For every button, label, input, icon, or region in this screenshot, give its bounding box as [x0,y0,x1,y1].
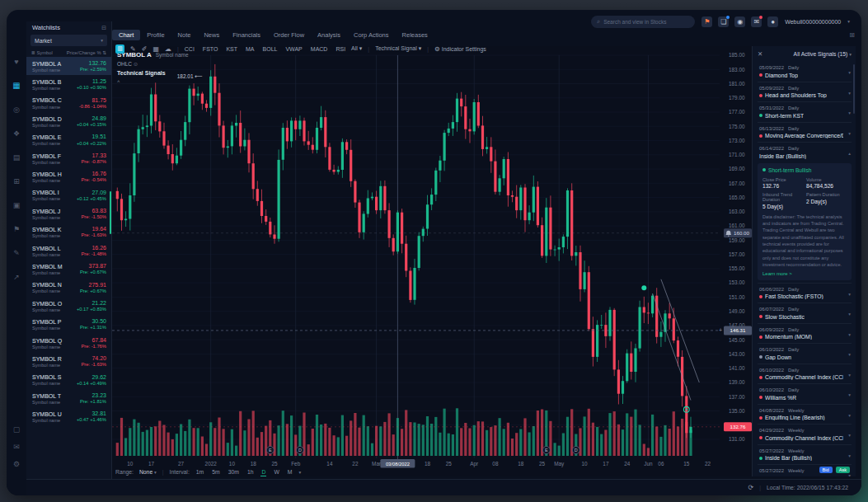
rail-notes-icon[interactable]: ✎ [7,241,26,265]
indicator-settings-button[interactable]: ⚙ Indicator Settings [434,45,486,53]
chevron-down-icon[interactable]: ▾ [848,91,851,96]
rail-desktop-icon[interactable]: ▢ [7,420,26,438]
account-caret-icon[interactable]: ▾ [847,19,850,24]
rail-messages-icon[interactable]: ✉ [7,438,26,455]
watchlist-market-select[interactable]: Market▾ [30,35,107,46]
search-input[interactable]: ⌕ Search and view in Stocks [591,16,695,28]
watchlist-row-symbol-q[interactable]: SYMBOL QSymbol name67.84Pre: -1.76% [26,334,111,352]
watchlist-row-symbol-t[interactable]: SYMBOL TSymbol name23.23Pre: +1.81% [26,389,111,407]
price-chart[interactable]: 182.01 ⟵EDED131.00133.00135.00137.00139.… [112,46,752,476]
technical-signal-button[interactable]: Technical Signal ▾ [375,45,421,52]
watchlist-row-symbol-a[interactable]: SYMBOL ASymbol name132.76Pre: +2.59% [26,57,111,75]
rail-markets-icon[interactable]: ⊞ [7,169,26,193]
interval-d[interactable]: D [260,468,266,476]
annotate-pen-icon[interactable]: ✐ [142,45,148,53]
indicator-ma[interactable]: MA [246,46,255,52]
chevron-down-icon[interactable]: ▾ [848,413,851,418]
bid-chip[interactable]: Bid [819,467,833,473]
signal-item[interactable]: 05/09/2022DailyDiamond Top▾ [758,62,852,82]
watchlist-row-symbol-j[interactable]: SYMBOL JSymbol name63.83Pre: -1.50% [26,204,111,223]
watchlist-row-symbol-k[interactable]: SYMBOL KSymbol name19.64Pre: -1.63% [26,223,111,242]
indicator-fsto[interactable]: FSTO [203,46,218,52]
col-symbol[interactable]: ≣ Symbol [31,50,53,55]
signal-item[interactable]: 05/09/2022DailyHead and Shoulders Top▾ [758,82,852,102]
rail-watchlist-icon[interactable]: ▦ [7,73,26,97]
avatar-icon[interactable]: ● [767,16,778,27]
watchlist-row-symbol-r[interactable]: SYMBOL RSymbol name74.20Pre: -1.63% [26,352,111,370]
mail-icon[interactable]: ✉ [751,16,762,27]
tab-releases[interactable]: Releases [396,30,434,40]
collapse-caret-icon[interactable]: ˄ [117,78,189,86]
learn-more-link[interactable]: Learn more > [762,271,847,276]
signal-item[interactable]: 06/10/2022DailyWilliams %R▾ [758,383,852,404]
panel-toggle-icon[interactable]: ⊞ [849,31,856,39]
chevron-down-icon[interactable]: ▾ [848,433,851,438]
indicator-vwap[interactable]: VWAP [285,46,302,52]
interval-m[interactable]: M [287,468,293,476]
rail-favorites-icon[interactable]: ♥ [7,49,26,73]
chevron-down-icon[interactable]: ▾ [848,352,851,357]
indicator-rsi[interactable]: RSI [335,46,345,52]
tab-profile[interactable]: Profile [140,30,171,40]
watchlist-row-symbol-s[interactable]: SYMBOL SSymbol name29.62+0.14 +0.49% [26,371,111,389]
rail-screener-icon[interactable]: ▣ [7,193,26,217]
interval-w[interactable]: W [273,468,279,476]
chevron-up-icon[interactable]: ▴ [848,151,851,156]
tab-chart[interactable]: Chart [112,30,140,40]
watchlist-row-symbol-e[interactable]: SYMBOL ESymbol name19.51+0.04 +0.22% [26,131,111,149]
interval-30m[interactable]: 30m [228,468,240,476]
indicator-boll[interactable]: BOLL [263,46,278,52]
chevron-down-icon[interactable]: ▾ [848,453,851,458]
cloud-sync-icon[interactable]: ☁ [165,45,171,53]
tab-news[interactable]: News [197,30,226,40]
layout-grid-icon[interactable]: ▦ [152,45,159,53]
chevron-down-icon[interactable]: ▾ [848,332,851,337]
watchlist-row-symbol-h[interactable]: SYMBOL HSymbol name16.76Pre: -0.54% [26,167,111,185]
indicator-kst[interactable]: KST [226,46,237,52]
promo-flag-icon[interactable]: ⚑ [701,16,712,27]
chevron-down-icon[interactable]: ▾ [848,292,851,297]
refresh-icon[interactable]: ⟳ [748,484,754,491]
signals-filter[interactable]: All Active Signals (15) ▾ [794,51,852,57]
signals-scrollbar[interactable] [853,64,855,114]
interval-more-icon[interactable]: ▾ [299,470,302,475]
signal-item[interactable]: 04/29/2022WeeklyCommodity Channel Index … [758,424,852,444]
all-indicators-button[interactable]: All ▾ [351,45,362,52]
rail-community-icon[interactable]: ❖ [7,121,26,145]
rail-settings-icon[interactable]: ⚙ [7,455,26,472]
ask-chip[interactable]: Ask [836,467,850,473]
chart-area[interactable]: SYMBOL ASymbol name OHLC ⊙ Technical Sig… [112,46,752,476]
chat-icon[interactable]: ❏ [718,16,729,27]
draw-pencil-icon[interactable]: ✎ [130,45,136,53]
rail-rankings-icon[interactable]: ⚑ [7,217,26,241]
watchlist-row-symbol-f[interactable]: SYMBOL FSymbol name17.33Pre: -0.87% [26,149,111,167]
tab-financials[interactable]: Financials [226,30,267,40]
chevron-down-icon[interactable]: ▾ [848,70,851,75]
watchlist-row-symbol-n[interactable]: SYMBOL NSymbol name275.91Pre: +0.67% [26,279,111,297]
account-name[interactable]: Webull000000000000 [785,19,841,25]
signal-item[interactable]: 06/14/2022DailyInside Bar (Bullish)▴ [758,142,852,162]
tab-note[interactable]: Note [171,30,198,40]
watchlist-collapse-icon[interactable]: ⊟ [101,25,106,31]
tab-analysis[interactable]: Analysis [311,30,347,40]
signal-item[interactable]: 06/10/2022DailyGap Down▾ [758,343,852,364]
signal-item[interactable]: 05/27/2022WeeklyInside Bar (Bullish)▾ [758,444,852,465]
chevron-down-icon[interactable]: ▾ [848,373,851,378]
signal-item[interactable]: 06/13/2022DailyMoving Average Convergenc… [758,122,852,143]
tab-order-flow[interactable]: Order Flow [267,30,311,40]
indicator-cci[interactable]: CCI [185,46,195,52]
watchlist-scrollbar[interactable] [110,191,111,234]
eye-icon[interactable]: ⊙ [134,62,138,67]
col-price-change[interactable]: Price/Change % ⇅ [67,50,106,55]
chart-type-icon[interactable]: ▥ [115,45,124,54]
interval-1m[interactable]: 1m [195,468,204,476]
indicator-macd[interactable]: MACD [311,46,328,52]
watchlist-row-symbol-m[interactable]: SYMBOL MSymbol name373.87Pre: +0.67% [26,260,111,278]
signal-item[interactable]: 06/09/2022DailyMomentum (MOM)▾ [758,323,852,344]
signal-item[interactable]: 06/10/2022DailyCommodity Channel Index (… [758,364,852,384]
watchlist-row-symbol-p[interactable]: SYMBOL PSymbol name30.50Pre: +1.31% [26,315,111,333]
watchlist-row-symbol-d[interactable]: SYMBOL DSymbol name24.89+0.04 +0.15% [26,112,111,130]
signal-item[interactable]: 06/07/2022DailySlow Stochastic▾ [758,303,852,323]
interval-1h[interactable]: 1h [246,468,255,476]
rail-explore-icon[interactable]: ◎ [7,97,26,121]
